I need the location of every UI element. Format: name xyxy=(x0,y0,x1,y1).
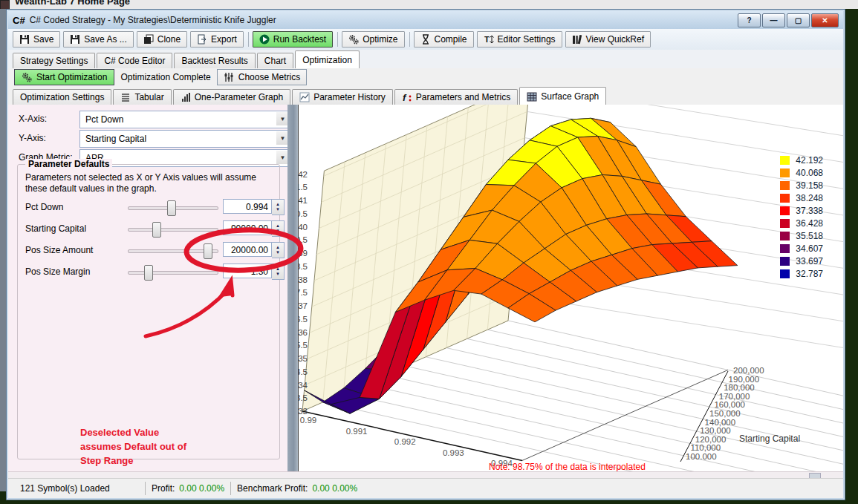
optimize-button[interactable]: Optimize xyxy=(342,31,404,48)
spin-down-icon[interactable]: ▼ xyxy=(276,229,280,234)
spin-up-icon[interactable]: ▲ xyxy=(276,202,280,207)
svg-text:35.5: 35.5 xyxy=(299,341,308,350)
x-axis-combobox[interactable]: Pct Down ▼ xyxy=(79,111,287,128)
main-tab-row: Strategy SettingsC# Code EditorBacktest … xyxy=(8,50,843,68)
benchmark-profit-label: Benchmark Profit: xyxy=(237,483,308,494)
opt-tab-one-parameter-graph[interactable]: One-Parameter Graph xyxy=(173,89,290,105)
tab-backtest-results[interactable]: Backtest Results xyxy=(174,53,255,68)
spin-down-icon[interactable]: ▼ xyxy=(276,207,280,212)
clone-icon xyxy=(143,34,154,45)
spinner-buttons[interactable]: ▲▼ xyxy=(272,220,285,237)
legend-swatch xyxy=(780,181,790,190)
optimization-tab-row: Optimization SettingsTabularOne-Paramete… xyxy=(8,86,843,105)
y-axis-label: Y-Axis: xyxy=(19,133,46,143)
dropdown-arrow-icon[interactable]: ▼ xyxy=(276,151,287,164)
legend-value: 39.158 xyxy=(796,180,823,191)
svg-text:33: 33 xyxy=(299,407,308,416)
opt-tab-parameters-and-metrics[interactable]: fParameters and Metrics xyxy=(394,89,518,105)
tab-label: Chart xyxy=(264,56,286,66)
param-slider[interactable] xyxy=(128,200,218,214)
legend-value: 34.607 xyxy=(796,243,823,254)
slider-thumb[interactable] xyxy=(167,200,176,216)
param-value-field[interactable]: 20000.00 xyxy=(223,242,272,257)
start-optimization-button[interactable]: Start Optimization xyxy=(14,69,114,85)
surface-chart-area[interactable]: 3333.53434.53535.53636.53737.53838.53939… xyxy=(298,105,843,471)
param-slider[interactable] xyxy=(128,243,218,257)
legend-swatch xyxy=(780,156,790,165)
param-value-field[interactable]: 1.30 xyxy=(223,264,272,278)
param-row-pos-size-margin: Pos Size Margin1.30▲▼ xyxy=(18,264,279,280)
param-slider[interactable] xyxy=(128,222,218,235)
spin-up-icon[interactable]: ▲ xyxy=(276,245,280,250)
y-axis-value: Starting Capital xyxy=(85,134,146,144)
svg-text:0.99: 0.99 xyxy=(300,416,316,425)
parameter-defaults-group: Parameter Defaults Parameters not select… xyxy=(17,164,280,459)
tab-optimization[interactable]: Optimization xyxy=(295,50,360,68)
dropdown-arrow-icon[interactable]: ▼ xyxy=(276,131,287,145)
linechart-icon xyxy=(299,92,310,102)
gears-icon xyxy=(22,72,32,82)
maximize-button[interactable]: ▢ xyxy=(787,13,810,27)
surface-settings-panel: X-Axis: Pct Down ▼ Y-Axis: Starting Capi… xyxy=(8,105,287,471)
button-label: Optimize xyxy=(363,34,397,45)
param-value-field[interactable]: 90000.00 xyxy=(223,220,272,235)
help-button[interactable]: ? xyxy=(738,13,761,27)
minimize-button[interactable]: — xyxy=(762,13,785,27)
svg-text:40: 40 xyxy=(299,223,308,232)
spin-up-icon[interactable]: ▲ xyxy=(276,266,280,272)
optimization-status-label: Optimization Complete xyxy=(120,72,210,82)
save-as-button[interactable]: Save As ... xyxy=(63,31,133,48)
legend-value: 36.428 xyxy=(796,218,823,229)
title-bar[interactable]: C# C# Coded Strategy - My Strategies\Det… xyxy=(8,11,843,29)
slider-thumb[interactable] xyxy=(204,243,212,259)
clone-button[interactable]: Clone xyxy=(137,31,187,48)
spinner-buttons[interactable]: ▲▼ xyxy=(272,199,285,215)
spin-down-icon[interactable]: ▼ xyxy=(276,272,280,277)
legend-entry: 34.607 xyxy=(780,242,823,255)
param-label: Pos Size Amount xyxy=(25,245,93,255)
svg-text:39.5: 39.5 xyxy=(299,235,308,244)
opt-tab-surface-graph[interactable]: Surface Graph xyxy=(519,87,606,105)
tab-label: Parameters and Metrics xyxy=(416,92,510,102)
opt-tab-tabular[interactable]: Tabular xyxy=(113,89,171,105)
slider-thumb[interactable] xyxy=(152,222,161,238)
profit-label: Profit: xyxy=(152,483,175,494)
spinner-buttons[interactable]: ▲▼ xyxy=(272,264,285,280)
surface-3d-plot: 3333.53434.53535.53636.53737.53838.53939… xyxy=(299,105,843,471)
compile-button[interactable]: Compile xyxy=(414,31,474,48)
svg-text:37: 37 xyxy=(299,301,308,310)
tab-c-code-editor[interactable]: C# Code Editor xyxy=(97,53,172,68)
tab-label: Optimization xyxy=(302,55,352,65)
param-slider[interactable] xyxy=(128,265,218,278)
status-separator xyxy=(230,482,231,495)
toolbar-separator xyxy=(337,32,338,47)
choose-metrics-button[interactable]: Choose Metrics xyxy=(217,69,307,85)
legend-swatch xyxy=(780,257,790,266)
legend-entry: 36.428 xyxy=(780,217,823,229)
param-value-field[interactable]: 0.994 xyxy=(223,199,272,214)
profit-value: 0.00 0.00% xyxy=(179,483,224,494)
spinner-buttons[interactable]: ▲▼ xyxy=(272,242,285,258)
opt-tab-parameter-history[interactable]: Parameter History xyxy=(292,89,393,105)
view-quickref-button[interactable]: View QuickRef xyxy=(565,31,651,48)
spin-down-icon[interactable]: ▼ xyxy=(276,250,280,255)
export-button[interactable]: Export xyxy=(190,31,244,48)
svg-text:37.5: 37.5 xyxy=(299,288,308,297)
panel-splitter[interactable] xyxy=(287,105,298,471)
dropdown-arrow-icon[interactable]: ▼ xyxy=(276,112,287,125)
legend-swatch xyxy=(780,194,790,203)
editor-settings-button[interactable]: TEditor Settings xyxy=(477,31,562,48)
tab-strategy-settings[interactable]: Strategy Settings xyxy=(13,53,95,68)
save-button[interactable]: Save xyxy=(13,31,60,48)
opt-tab-optimization-settings[interactable]: Optimization Settings xyxy=(13,89,111,105)
close-button[interactable]: ✕ xyxy=(811,13,839,27)
param-row-starting-capital: Starting Capital90000.00▲▼ xyxy=(18,220,279,237)
svg-text:190,000: 190,000 xyxy=(729,375,760,384)
slider-thumb[interactable] xyxy=(144,265,153,281)
tab-chart[interactable]: Chart xyxy=(257,53,293,68)
run-backtest-button[interactable]: Run Backtest xyxy=(253,31,333,48)
y-axis-combobox[interactable]: Starting Capital ▼ xyxy=(79,130,287,148)
spin-up-icon[interactable]: ▲ xyxy=(276,223,280,229)
legend-value: 35.518 xyxy=(796,231,823,241)
slider-track xyxy=(128,228,218,232)
